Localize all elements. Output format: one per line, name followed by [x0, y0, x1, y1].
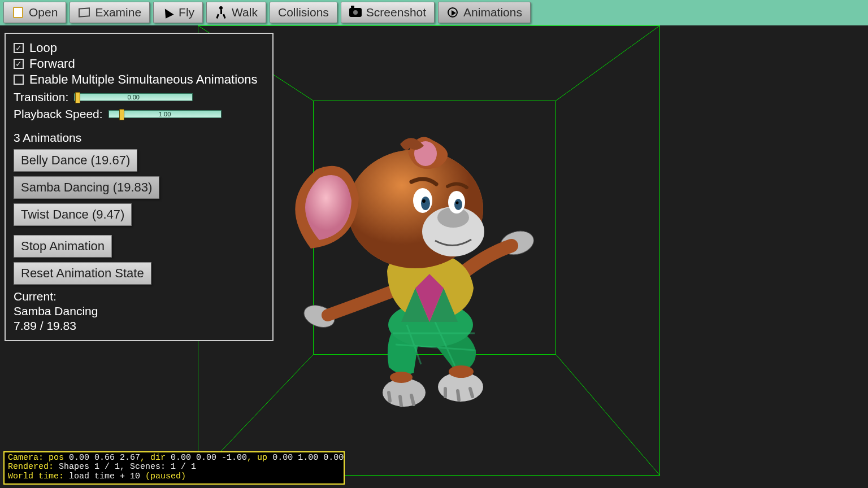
- svg-point-20: [456, 202, 459, 204]
- dir-label: , dir: [140, 453, 171, 463]
- transition-slider-handle[interactable]: [75, 92, 80, 103]
- svg-point-5: [301, 302, 338, 332]
- svg-point-17: [421, 197, 430, 210]
- svg-marker-7: [401, 288, 429, 322]
- svg-line-3: [556, 355, 660, 476]
- speed-slider[interactable]: 1.00: [108, 110, 222, 118]
- loop-row[interactable]: ✓ Loop: [14, 41, 264, 55]
- svg-point-19: [422, 199, 426, 203]
- screenshot-label: Screenshot: [366, 6, 426, 19]
- transition-label: Transition:: [14, 90, 68, 104]
- svg-point-15: [413, 188, 432, 213]
- camera-icon: [349, 6, 362, 19]
- animations-label: Animations: [463, 6, 522, 19]
- document-icon: [12, 6, 24, 19]
- camera-up: 0.00 1.00 0.00: [272, 453, 344, 463]
- bird-icon: [162, 6, 174, 19]
- rendered-value: Shapes 1 / 1, Scenes: 1 / 1: [59, 462, 196, 472]
- svg-marker-9: [415, 274, 444, 322]
- current-label: Current:: [14, 289, 264, 304]
- current-name: Samba Dancing: [14, 304, 264, 319]
- reset-animation-button[interactable]: Reset Animation State: [14, 262, 151, 285]
- multi-checkbox[interactable]: [14, 75, 24, 85]
- animations-button[interactable]: Animations: [438, 2, 531, 23]
- svg-point-21: [383, 378, 426, 407]
- svg-point-22: [438, 372, 483, 402]
- fly-button[interactable]: Fly: [153, 2, 203, 23]
- examine-button[interactable]: Examine: [70, 2, 150, 23]
- animations-count: 3 Animations: [14, 131, 264, 145]
- svg-line-1: [556, 25, 660, 101]
- animation-item-twist[interactable]: Twist Dance (9.47): [14, 203, 132, 226]
- svg-point-11: [348, 150, 483, 268]
- svg-point-10: [348, 150, 483, 268]
- up-label: , up: [247, 453, 272, 463]
- svg-point-18: [454, 199, 462, 210]
- world-label: World time:: [8, 472, 69, 481]
- animation-item-belly-dance[interactable]: Belly Dance (19.67): [14, 149, 137, 172]
- walk-label: Walk: [232, 6, 258, 19]
- speed-slider-handle[interactable]: [119, 109, 124, 120]
- world-value: load time + 10: [69, 472, 145, 481]
- play-icon: [446, 6, 459, 19]
- svg-point-16: [448, 191, 465, 213]
- collisions-button[interactable]: Collisions: [270, 2, 337, 23]
- forward-row[interactable]: ✓ Forward: [14, 56, 264, 71]
- multi-row[interactable]: Enable Multiple Simultaneous Animations: [14, 72, 264, 87]
- speed-value: 1.00: [159, 111, 171, 117]
- loop-label: Loop: [29, 41, 57, 55]
- collisions-label: Collisions: [278, 6, 329, 19]
- speed-label: Playback Speed:: [14, 107, 103, 121]
- fly-label: Fly: [179, 6, 194, 19]
- transition-row: Transition: 0.00: [14, 90, 264, 104]
- transition-value: 0.00: [128, 94, 140, 101]
- animation-item-samba[interactable]: Samba Dancing (19.83): [14, 176, 159, 199]
- transition-slider[interactable]: 0.00: [74, 93, 193, 101]
- loop-checkbox[interactable]: ✓: [14, 43, 24, 53]
- svg-point-6: [388, 302, 473, 347]
- open-button[interactable]: Open: [3, 2, 66, 23]
- bounding-box-inner: [313, 101, 556, 355]
- animation-panel: ✓ Loop ✓ Forward Enable Multiple Simulta…: [5, 33, 274, 341]
- camera-dir: 0.00 0.00 -1.00: [171, 453, 247, 463]
- svg-point-12: [414, 141, 437, 166]
- current-time: 7.89 / 19.83: [14, 319, 264, 333]
- svg-point-24: [449, 365, 474, 378]
- status-bar: Camera: pos 0.00 0.66 2.67, dir 0.00 0.0…: [3, 451, 345, 485]
- camera-label: Camera: pos: [8, 453, 69, 463]
- rendered-label: Rendered:: [8, 462, 59, 472]
- box-icon: [78, 6, 90, 19]
- svg-marker-8: [429, 288, 458, 322]
- camera-pos: 0.00 0.66 2.67: [69, 453, 140, 463]
- speed-row: Playback Speed: 1.00: [14, 107, 264, 121]
- character-model: [288, 136, 571, 429]
- current-animation-status: Current: Samba Dancing 7.89 / 19.83: [14, 289, 264, 333]
- forward-label: Forward: [29, 56, 75, 71]
- svg-point-4: [498, 228, 536, 258]
- walk-button[interactable]: Walk: [206, 2, 266, 23]
- svg-point-13: [422, 207, 484, 256]
- forward-checkbox[interactable]: ✓: [14, 59, 24, 69]
- main-toolbar: Open Examine Fly Walk Collisions Screens…: [0, 0, 868, 25]
- stop-animation-button[interactable]: Stop Animation: [14, 235, 112, 258]
- paused-label: (paused): [145, 472, 186, 481]
- svg-point-14: [437, 207, 469, 228]
- multi-label: Enable Multiple Simultaneous Animations: [29, 72, 258, 87]
- screenshot-button[interactable]: Screenshot: [341, 2, 435, 23]
- svg-point-23: [390, 372, 413, 383]
- walk-icon: [215, 6, 227, 19]
- open-label: Open: [29, 6, 58, 19]
- examine-label: Examine: [95, 6, 141, 19]
